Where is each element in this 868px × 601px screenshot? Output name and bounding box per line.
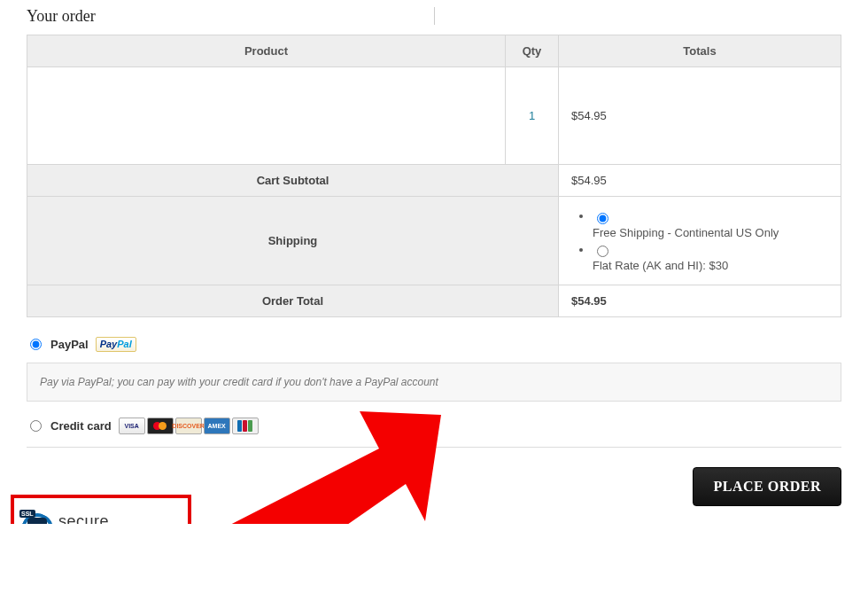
- payment-methods: PayPal PayPal Pay via PayPal; you can pa…: [27, 330, 841, 441]
- ssl-seal-badge[interactable]: SSL 🔒 secure GlobalSign byGMO: [11, 495, 191, 524]
- amex-card-icon: AMEX: [204, 418, 230, 434]
- col-header-product: Product: [27, 35, 506, 67]
- payment-description-paypal: Pay via PayPal; you can pay with your cr…: [27, 363, 841, 402]
- shipping-radio-free[interactable]: [597, 213, 608, 224]
- jcb-card-icon: [232, 418, 259, 434]
- payment-row-creditcard: Credit card VISA DISCOVER AMEX: [27, 410, 841, 441]
- order-review-table: Product Qty Totals 1 $54.95 Cart Subtota…: [27, 35, 841, 317]
- order-total-value: $54.95: [559, 285, 841, 317]
- product-qty-cell: 1: [506, 67, 559, 165]
- visa-card-icon: VISA: [119, 418, 145, 434]
- mastercard-card-icon: [147, 418, 174, 434]
- section-divider: [27, 447, 841, 448]
- cart-subtotal-label: Cart Subtotal: [27, 165, 559, 197]
- paypal-logo-icon: PayPal: [96, 337, 136, 352]
- cart-subtotal-value: $54.95: [559, 165, 841, 197]
- col-header-qty: Qty: [506, 35, 559, 67]
- shipping-radio-flat[interactable]: [597, 246, 608, 257]
- shipping-option-free-label: Free Shipping - Continental US Only: [593, 226, 828, 239]
- shipping-label: Shipping: [27, 197, 559, 285]
- product-qty-link[interactable]: 1: [529, 109, 535, 122]
- card-icons-group: VISA DISCOVER AMEX: [119, 418, 259, 434]
- payment-radio-creditcard[interactable]: [30, 420, 42, 432]
- shipping-option-flat-label: Flat Rate (AK and HI): $30: [593, 259, 828, 272]
- payment-name-paypal: PayPal: [50, 338, 89, 351]
- col-header-totals: Totals: [559, 35, 841, 67]
- top-divider: [434, 7, 435, 25]
- product-name-cell: [27, 67, 506, 165]
- table-row: Shipping Free Shipping - Continental US …: [27, 197, 841, 285]
- payment-row-paypal: PayPal PayPal: [27, 330, 841, 359]
- product-total-cell: $54.95: [559, 67, 841, 165]
- discover-card-icon: DISCOVER: [175, 418, 202, 434]
- payment-radio-paypal[interactable]: [30, 339, 42, 350]
- place-order-button[interactable]: PLACE ORDER: [693, 467, 841, 506]
- lock-icon: SSL 🔒: [21, 513, 53, 524]
- table-row: Order Total $54.95: [27, 285, 841, 317]
- table-row: 1 $54.95: [27, 67, 841, 165]
- seal-text: secure GlobalSign byGMO: [58, 512, 110, 525]
- shipping-options-cell: Free Shipping - Continental US Only Flat…: [559, 197, 841, 285]
- table-row: Cart Subtotal $54.95: [27, 165, 841, 197]
- payment-name-creditcard: Credit card: [50, 419, 112, 433]
- order-total-label: Order Total: [27, 285, 559, 317]
